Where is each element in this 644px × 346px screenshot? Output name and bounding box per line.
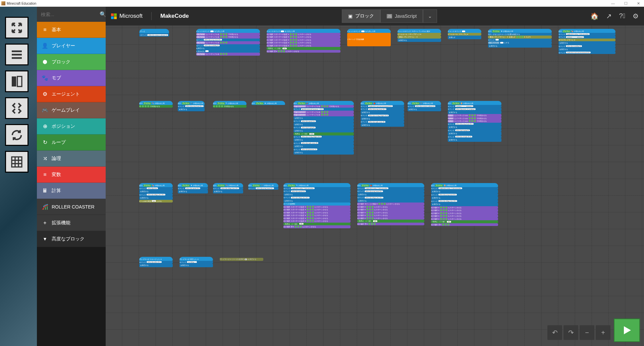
collapse-button[interactable] [5, 97, 29, 119]
block-group-r3-7[interactable]: 次の アイテム 🥚 が使われた時 コマンド /replaceitem entit… [431, 183, 498, 226]
editor: Microsoft MakeCode ▣ブロック JSJavaScript ⌄ … [106, 7, 644, 346]
extensions-icon: + [42, 220, 48, 226]
agent-icon: ⚙ [42, 91, 48, 97]
block-group-item-top[interactable]: 次の アイテム 🗡 が使われた時 次の～がまたはスニークの位置を推定する 一番近… [488, 29, 552, 48]
block-group-r3-2[interactable]: 次の アイテム 🗡 が使われた時 コマンド /effect @a speed 1… [178, 183, 208, 193]
category-agent[interactable]: ⚙エージェント [37, 86, 106, 102]
block-group-r2-3[interactable]: 次の アイテム ⛏ が使われた時 で出現させる [213, 101, 247, 108]
svg-rect-0 [12, 76, 16, 86]
home-icon[interactable]: 🏠 [590, 12, 599, 20]
refresh-button[interactable] [5, 124, 29, 146]
minimize-button[interactable]: — [608, 1, 618, 6]
search-icon: 🔍 [100, 11, 106, 17]
category-advanced[interactable]: ▾高度なブロック [37, 231, 106, 247]
block-group-r2-2[interactable]: 次の アイテム 🔨 が使われた時 コマンド /effect @a jump_bo… [178, 101, 205, 111]
block-group-r2-4[interactable]: 次の アイテム 🗡 が使われた時 [252, 101, 285, 105]
block-group-r3-6[interactable]: 次の アイテム 🍎 が使われた時 コマンド /replaceitem entit… [357, 183, 424, 225]
tab-javascript[interactable]: JSJavaScript [380, 9, 423, 23]
block-group-r2-6[interactable]: 次の アイテム 🍎 が使われた時 コマンド /replaceitem tool.… [361, 101, 404, 127]
split-view-button[interactable] [5, 70, 29, 92]
window-controls: — ☐ ✕ [608, 1, 643, 6]
blocks-icon: ⬢ [42, 59, 48, 65]
block-group-r3-1[interactable]: 次の アイテム 🍖 が使われた時 コマンド /effect @p clear を… [139, 183, 173, 203]
js-icon: JS [387, 14, 392, 18]
category-sidebar: 🔍 ≡基本👤プレイヤー⬢ブロック🐾モブ⚙エージェント🎮ゲームプレイ⊕ポジション↻… [37, 7, 106, 346]
svg-rect-2 [12, 157, 22, 167]
close-button[interactable]: ✕ [634, 1, 643, 6]
redo-button[interactable]: ↷ [564, 325, 578, 340]
block-group-chat1[interactable]: チャットコマンド … を入力した時 drip honey にパーティクルを で出… [196, 29, 260, 56]
category-mobs[interactable]: 🐾モブ [37, 70, 106, 86]
left-toolbar [0, 7, 37, 346]
grid-button[interactable] [5, 151, 29, 173]
window-title: Minecraft Education [7, 2, 36, 5]
settings-icon[interactable]: ⚙ [633, 12, 639, 20]
category-variables[interactable]: ≡変数 [37, 167, 106, 183]
mobs-icon: 🐾 [42, 75, 48, 81]
block-group-player-died[interactable]: プレイヤーが 死亡した ▾ コマンド /run falling ~~ を実行する [179, 257, 213, 267]
position-icon: ⊕ [42, 123, 48, 129]
tab-blocks[interactable]: ▣ブロック [342, 9, 380, 23]
basic-icon: ≡ [42, 27, 48, 33]
category-position[interactable]: ⊕ポジション [37, 118, 106, 134]
topbar: Microsoft MakeCode ▣ブロック JSJavaScript ⌄ … [106, 7, 644, 25]
category-logic[interactable]: ⤮論理 [37, 151, 106, 167]
block-group-gamerule2[interactable]: チャットコマンド … ゲームルール ドロップん ▾ を減らす [448, 29, 481, 39]
variables-icon: ≡ [42, 172, 48, 178]
search-box[interactable]: 🔍 [37, 7, 106, 22]
block-group-r3-4[interactable]: 次の アイテム 🏹 が使われた時 コマンド /effect @a jump_bo… [248, 183, 278, 190]
block-group-forever[interactable]: ずっと コマンド /effect @a instance unbreak 10 [139, 29, 169, 37]
help-icon[interactable]: ?⃝ [619, 12, 625, 20]
microsoft-logo-icon [111, 13, 117, 19]
menu-button[interactable] [5, 44, 29, 65]
blocks-icon: ▣ [348, 13, 353, 19]
app-icon [1, 1, 5, 5]
category-loops[interactable]: ↻ループ [37, 134, 106, 151]
block-group-gamerule[interactable]: チャットコマンド スポーン ランダムに返す ゲームルール ドロップデッド ▾ 一… [397, 29, 441, 42]
math-icon: 🖩 [42, 188, 48, 194]
svg-rect-1 [17, 76, 22, 86]
tab-dropdown[interactable]: ⌄ [423, 9, 437, 23]
gameplay-icon: 🎮 [42, 107, 48, 113]
block-group-r3-5[interactable]: 次の アイテム ⛏ が使われた時 コマンド /replaceitem entit… [283, 183, 351, 228]
block-group-orange[interactable]: チャットコマンド … を入力した時 ドロバックで別途報酬 [347, 29, 391, 46]
zoom-out-button[interactable]: − [580, 325, 594, 340]
category-gameplay[interactable]: 🎮ゲームプレイ [37, 102, 106, 118]
undo-button[interactable]: ↶ [547, 325, 562, 340]
block-group-item-top2[interactable]: 次の アイテム 🍖 が使われた時 コマンド /replaceitem entit… [558, 29, 615, 54]
block-group-player-sneak[interactable]: プレイヤーが スニークした ▾ コマンド /effect @a wither 1… [139, 257, 173, 267]
advanced-icon: ▾ [42, 236, 48, 242]
maximize-button[interactable]: ☐ [622, 1, 630, 6]
rollercoaster-icon: 🎢 [42, 204, 48, 210]
search-input[interactable] [41, 12, 100, 17]
window-titlebar: Minecraft Education — ☐ ✕ [0, 0, 644, 7]
category-player[interactable]: 👤プレイヤー [37, 38, 106, 54]
loops-icon: ↻ [42, 139, 48, 146]
logo[interactable]: Microsoft MakeCode [111, 12, 189, 20]
zoom-in-button[interactable]: + [596, 325, 610, 340]
category-blocks[interactable]: ⬢ブロック [37, 54, 106, 70]
player-icon: 👤 [42, 43, 48, 49]
canvas-controls: ↶ ↷ − + [547, 325, 610, 340]
category-math[interactable]: 🖩計算 [37, 183, 106, 199]
block-group-r2-7[interactable]: 次の アイテム 🏹 が使われた時 コマンド /effect @a instanc… [408, 101, 441, 111]
play-button[interactable] [614, 319, 640, 342]
block-group-spawner1[interactable]: チャットコマンド … を入力した時 次の場所 スポーナーの設定 ▾ にスポーンさ… [267, 29, 340, 53]
chevron-down-icon: ⌄ [428, 13, 432, 19]
code-canvas[interactable]: ずっと コマンド /effect @a instance unbreak 10 … [106, 25, 644, 346]
block-group-player-walk[interactable]: プレイヤーが ▾ タマゴの使用時 0 を実行する [220, 258, 263, 261]
category-extensions[interactable]: +拡張機能 [37, 215, 106, 231]
share-icon[interactable]: ↗ [606, 12, 612, 20]
logic-icon: ⤮ [42, 155, 48, 162]
category-rollercoaster[interactable]: 🎢ROLLER COASTER [37, 199, 106, 215]
block-group-r3-3[interactable]: 次の アイテム 🪓 が使われた時 コマンド /effect @a village… [213, 183, 243, 193]
block-group-r2-1[interactable]: 次の アイテム 🪓 が使われた時 で出現させる [139, 101, 173, 108]
block-group-explosion[interactable]: 次の アイテム 🧨 が使われた時 huge explosion にパーティクルを… [293, 101, 354, 155]
category-basic[interactable]: ≡基本 [37, 22, 106, 38]
fullscreen-button[interactable] [5, 17, 29, 39]
block-group-r2-8[interactable]: 次の アイテム 🥚 が使われた時 コマンド /setblock ~~~~~ re… [448, 101, 501, 142]
